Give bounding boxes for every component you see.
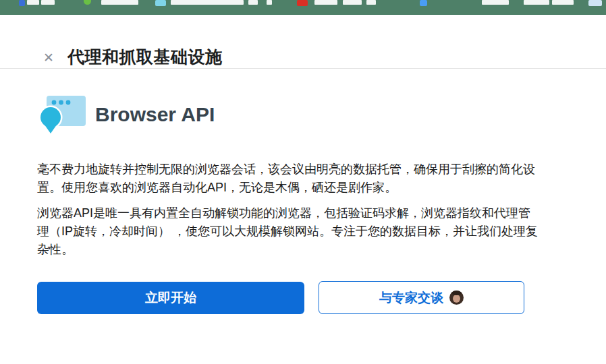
page-title: 代理和抓取基础设施	[67, 46, 223, 68]
modal-header: ✕ 代理和抓取基础设施	[0, 15, 606, 69]
bookmark-label-fragment[interactable]	[524, 0, 549, 5]
bookmark-label-fragment[interactable]	[267, 0, 272, 5]
product-hero: Browser API	[37, 92, 215, 138]
bookmark-favicon-icon[interactable]	[588, 0, 602, 6]
bookmark-label-fragment[interactable]	[27, 0, 39, 5]
close-button[interactable]: ✕	[40, 50, 57, 66]
bookmark-label-fragment[interactable]	[248, 0, 258, 5]
expert-avatar	[449, 291, 464, 305]
talk-to-expert-button[interactable]: 与专家交谈	[319, 281, 524, 314]
browser-bookmarks-bar	[0, 0, 606, 15]
bookmark-label-fragment[interactable]	[482, 0, 509, 5]
bookmark-label-fragment[interactable]	[343, 0, 362, 5]
bookmark-label-fragment[interactable]	[366, 0, 376, 5]
bookmark-favicon-icon[interactable]	[155, 0, 166, 6]
product-description-paragraph: 浏览器API是唯一具有内置全自动解锁功能的浏览器，包括验证码求解，浏览器指纹和代…	[37, 204, 542, 259]
bookmark-label-fragment[interactable]	[171, 0, 244, 5]
bookmark-favicon-icon[interactable]	[297, 0, 308, 6]
bookmark-label-fragment[interactable]	[41, 0, 55, 5]
get-started-button[interactable]: 立即开始	[37, 282, 304, 314]
location-pin-icon	[40, 107, 61, 133]
talk-to-expert-label: 与专家交谈	[379, 289, 443, 307]
bookmark-label-fragment[interactable]	[314, 0, 337, 5]
browser-api-icon	[37, 92, 87, 138]
bookmark-favicon-icon[interactable]	[84, 0, 91, 5]
product-name-heading: Browser API	[95, 103, 215, 126]
bookmark-label-fragment[interactable]	[101, 0, 138, 5]
bookmark-favicon-icon[interactable]	[420, 0, 427, 6]
header-divider	[0, 68, 606, 69]
product-description-paragraph: 毫不费力地旋转并控制无限的浏览器会话，该会议由明亮的数据托管，确保用于刮擦的简化…	[37, 160, 542, 197]
bookmark-label-fragment[interactable]	[552, 0, 574, 5]
bookmark-favicon-icon[interactable]	[19, 0, 25, 6]
